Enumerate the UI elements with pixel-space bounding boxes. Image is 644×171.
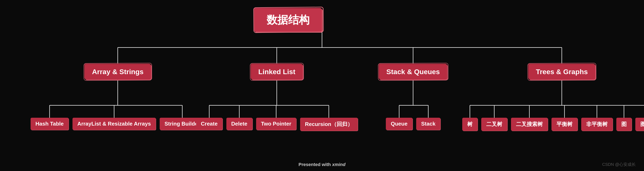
leaf-node: 二叉树 [481, 118, 507, 131]
leaf-node: Create [196, 118, 223, 130]
leaf-node: 非平衡树 [581, 118, 612, 131]
node-stack-queues: Stack & Queues [379, 64, 447, 80]
leaf-node: 二叉搜索树 [511, 118, 548, 131]
leaf-node: Stack [416, 118, 440, 130]
node-trees-graphs: Trees & Graphs [528, 64, 595, 80]
leaf-node: Two Pointer [256, 118, 296, 130]
leaf-node: Recursion（回归） [300, 118, 358, 131]
footer-brand: xmind [332, 162, 346, 167]
leaf-node: 图搜索 [635, 118, 644, 131]
leaf-node: Hash Table [30, 118, 69, 130]
leaf-node: Delete [226, 118, 252, 130]
mind-map-canvas: 数据结构 Array & Strings Linked List Stack &… [0, 0, 644, 171]
footer: Presented with xmind [298, 162, 345, 167]
leaf-node: 树 [462, 118, 478, 131]
leaf-node: 平衡树 [552, 118, 578, 131]
node-array-strings: Array & Strings [85, 64, 151, 80]
leaf-node: Queue [386, 118, 412, 130]
root-node: 数据结构 [254, 8, 322, 32]
leaf-node: 图 [616, 118, 632, 131]
watermark: CSDN @心安成长 [602, 162, 636, 167]
leaf-node: ArrayList & Resizable Arrays [72, 118, 156, 130]
node-linked-list: Linked List [251, 64, 303, 80]
footer-prefix: Presented with [298, 162, 332, 167]
